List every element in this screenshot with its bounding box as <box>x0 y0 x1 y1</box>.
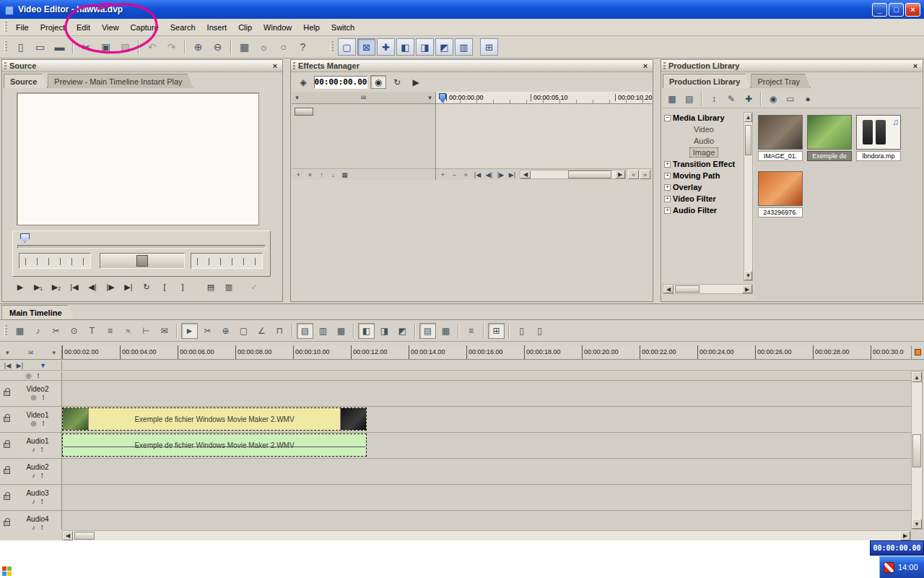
go-last-track-button[interactable]: ▶| <box>14 361 25 370</box>
zoom-out-small-button[interactable]: − <box>449 170 460 179</box>
track-alert-icon[interactable]: ! <box>42 394 44 402</box>
capture-button[interactable]: ◉ <box>765 92 781 106</box>
fx-step-fwd-button[interactable]: |▶ <box>495 170 506 179</box>
insert-audio-button[interactable]: ♪ <box>30 323 46 339</box>
tri-up-icon[interactable]: ▾ <box>6 349 9 356</box>
scroll-thumb[interactable] <box>745 125 751 155</box>
effects-panel-header[interactable]: Effects Manager × <box>291 60 653 72</box>
play-in-out-button[interactable]: ▶₁ <box>30 280 46 294</box>
shuttle-slider[interactable] <box>100 253 185 269</box>
track-lane-audio2[interactable] <box>62 459 911 484</box>
collapse-tracks-button[interactable]: ▦ <box>437 323 454 339</box>
track-header-audio2[interactable]: Audio2 ♪! <box>0 459 62 484</box>
marquee-tool-button[interactable]: ▢ <box>235 323 252 339</box>
track-visibility-icon[interactable]: ◎ <box>26 372 32 379</box>
snap-toggle-button[interactable]: ⊞ <box>488 323 505 339</box>
mark-in-counter[interactable] <box>19 253 91 269</box>
media-browser-button[interactable]: ▦ <box>235 38 253 56</box>
clamp-tool-button[interactable]: ⊓ <box>271 323 288 339</box>
track-lane-video2[interactable] <box>62 381 911 406</box>
track-visibility-icon[interactable]: ◎ <box>31 420 37 428</box>
tri-left-icon[interactable]: ▾ <box>292 93 302 103</box>
play-selected-button[interactable]: ▶₂ <box>48 280 64 294</box>
tab-production-library[interactable]: Production Library <box>663 74 751 88</box>
trim-button[interactable]: ⊢ <box>138 323 154 339</box>
scrub-thumb[interactable] <box>20 233 30 243</box>
keyframe-timeline-pane[interactable]: 00:00:00.0000:00:05.1000:00:10.20 + − ≈ … <box>436 92 652 180</box>
expand-icon[interactable]: + <box>664 184 671 191</box>
menu-item[interactable]: Help <box>297 21 326 34</box>
fx-go-end-button[interactable]: ▶| <box>507 170 518 179</box>
menu-item[interactable]: Window <box>258 21 297 34</box>
track-alert-icon[interactable]: ! <box>41 472 43 480</box>
lock-icon[interactable] <box>4 391 10 396</box>
list-view-button[interactable]: ▥ <box>315 323 331 339</box>
tools-button[interactable]: ✚ <box>377 38 395 56</box>
fit-button[interactable]: ≈ <box>461 170 471 179</box>
menu-item[interactable]: Insert <box>201 21 233 34</box>
video-clip[interactable]: Exemple de fichier Windows Movie Maker 2… <box>62 407 367 431</box>
menu-item[interactable]: File <box>10 21 35 34</box>
track-lane-video1[interactable]: Exemple de fichier Windows Movie Maker 2… <box>62 407 911 432</box>
select-tool-button[interactable]: ► <box>181 323 198 339</box>
expand-icon[interactable]: + <box>664 207 671 214</box>
mark-out-button[interactable]: ] <box>175 280 191 294</box>
effects-loop-button[interactable]: ↻ <box>389 75 405 89</box>
previous-frame-button[interactable]: ◀| <box>84 280 100 294</box>
playhead-marker-icon[interactable]: ▼ <box>40 362 46 369</box>
menu-item[interactable]: Edit <box>71 21 96 34</box>
menu-item[interactable]: Capture <box>125 21 165 34</box>
expand-tracks-button[interactable]: ▤ <box>419 323 436 339</box>
lock-icon[interactable] <box>4 521 10 526</box>
track-lane-audio3[interactable] <box>62 485 911 510</box>
go-to-end-button[interactable]: ▶| <box>121 280 136 294</box>
library-item-243296976[interactable]: 243296976. <box>758 171 803 217</box>
effects-close-icon[interactable]: × <box>640 61 650 71</box>
sort-button[interactable]: ↕ <box>706 92 722 106</box>
track-header-audio1[interactable]: Audio1 ♪! <box>0 433 62 458</box>
insert-title-button[interactable]: T <box>84 323 100 339</box>
move-down-button[interactable]: ↓ <box>328 170 339 179</box>
menu-item[interactable]: Search <box>165 21 201 34</box>
envelope-icon[interactable]: ✉ <box>358 93 369 103</box>
batch-record-button[interactable]: ● <box>800 92 816 106</box>
expand-icon[interactable]: + <box>664 173 671 179</box>
effects-timecode-display[interactable]: 00:00:00.00 <box>314 76 367 89</box>
copy-button[interactable]: ▣ <box>97 38 115 56</box>
windows-start-icon[interactable] <box>2 566 12 576</box>
add-keyframe-button[interactable]: + <box>293 170 304 179</box>
detail-view-button[interactable]: ▤ <box>681 92 697 106</box>
track-alert-icon[interactable]: ! <box>42 420 44 428</box>
tree-item[interactable]: + Moving Path <box>663 170 744 181</box>
ruler-corner-box[interactable]: ▾ ✉ ▾ <box>0 345 62 359</box>
menubar-grip[interactable] <box>4 22 7 33</box>
audio-mix-button[interactable]: ≈ <box>120 323 136 339</box>
tree-item[interactable]: + Video Filter <box>663 193 744 204</box>
mark-in-button[interactable]: [ <box>157 280 173 294</box>
track-header-video1[interactable]: Video1 ◎! <box>0 407 62 432</box>
play-button[interactable]: ▶ <box>12 280 28 294</box>
minimize-button[interactable]: _ <box>872 3 887 17</box>
tab-project-tray[interactable]: Project Tray <box>751 74 811 88</box>
toolbar-grip[interactable] <box>4 41 7 53</box>
instant-playback-toggle[interactable]: ◉ <box>370 75 386 89</box>
tree-hscrollbar[interactable]: ◀ ▶ <box>663 284 753 294</box>
expand-icon[interactable]: + <box>664 196 671 202</box>
help-button[interactable]: ? <box>294 38 312 56</box>
source-preview-area[interactable] <box>17 92 259 225</box>
effects-ruler[interactable]: 00:00:00.0000:00:05.1000:00:10.20 <box>436 92 652 104</box>
lock-icon[interactable] <box>4 469 10 474</box>
library-panel-header[interactable]: Production Library × <box>661 60 923 72</box>
timeline-toolbar-grip[interactable] <box>4 325 7 337</box>
duration-button[interactable]: ⊙ <box>66 323 82 339</box>
zoom-in-small-button[interactable]: + <box>437 170 448 179</box>
shuttle-thumb[interactable] <box>136 255 148 267</box>
scroll-thumb[interactable] <box>912 434 921 467</box>
redo-button[interactable]: ↷ <box>162 38 180 56</box>
track-lane-audio1[interactable]: Exemple de fichier Windows Movie Maker 2… <box>62 433 911 458</box>
source-window-button[interactable]: ▢ <box>338 38 356 56</box>
cut-button[interactable]: ✂ <box>77 38 95 56</box>
scroll-right-icon[interactable]: ▶ <box>742 285 752 293</box>
tree-item[interactable]: + Transition Effect <box>663 158 744 170</box>
preview-window-button[interactable]: ⊠ <box>357 38 375 56</box>
